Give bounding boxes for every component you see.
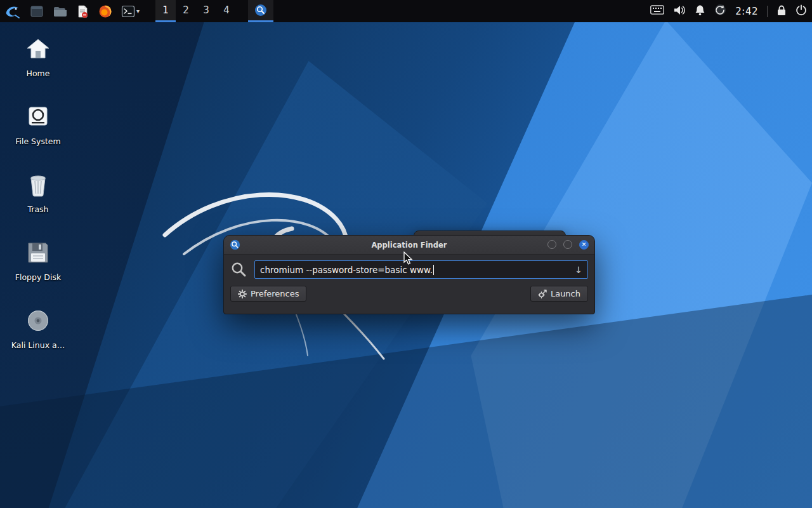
launcher-terminal-button[interactable]: ▾ <box>117 0 144 22</box>
window-icon <box>30 4 44 18</box>
launcher-firefox-button[interactable] <box>94 0 117 22</box>
volume-indicator[interactable] <box>673 4 686 18</box>
power-icon <box>796 4 807 16</box>
desktop-icon-home[interactable]: Home <box>8 29 69 97</box>
panel-separator <box>767 6 768 17</box>
lock-screen-button[interactable] <box>776 4 787 18</box>
panel-left-group: ▾ 1 2 3 4 <box>0 0 273 22</box>
launch-label: Launch <box>551 289 580 298</box>
dropdown-arrow-icon[interactable]: ↓ <box>570 265 582 275</box>
window-title: Application Finder <box>224 241 594 250</box>
application-finder-icon <box>254 4 267 17</box>
desktop-icon-label: Kali Linux a… <box>11 340 65 350</box>
desktop-icon-file-system[interactable]: File System <box>8 97 69 165</box>
search-input-text: chromium --password-store=basic www. <box>260 265 433 275</box>
panel-right-group: 2:42 <box>650 0 812 22</box>
desktop-icon-kali-docs[interactable]: Kali Linux a… <box>8 301 69 369</box>
workspace-3[interactable]: 3 <box>196 0 216 22</box>
kali-disc-icon <box>25 308 51 333</box>
terminal-dropdown-caret-icon[interactable]: ▾ <box>136 8 140 15</box>
minimize-button[interactable] <box>547 240 556 249</box>
trash-icon <box>27 172 49 197</box>
maximize-button[interactable] <box>563 240 572 249</box>
launcher-editor-button[interactable] <box>71 0 94 22</box>
keyboard-indicator[interactable] <box>650 5 664 17</box>
close-button[interactable]: ✕ <box>579 240 589 250</box>
launcher-window-button[interactable] <box>25 0 48 22</box>
desktop-icon-label: Floppy Disk <box>15 272 61 282</box>
applications-menu-button[interactable] <box>0 0 25 22</box>
lock-icon <box>776 4 787 16</box>
text-editor-icon <box>75 4 89 18</box>
workspace-4[interactable]: 4 <box>216 0 237 22</box>
preferences-button[interactable]: Preferences <box>230 286 306 302</box>
firefox-icon <box>98 4 112 18</box>
file-system-icon <box>25 104 51 130</box>
logout-button[interactable] <box>796 4 807 18</box>
preferences-label: Preferences <box>251 289 299 298</box>
workspace-2[interactable]: 2 <box>176 0 196 22</box>
desktop-icon-label: Home <box>27 69 50 78</box>
launch-icon <box>538 290 547 298</box>
desktop-icon-label: File System <box>15 137 61 146</box>
desktop-icon-trash[interactable]: Trash <box>8 165 69 233</box>
text-caret <box>433 265 434 275</box>
desktop-icon-label: Trash <box>27 204 48 214</box>
taskbar-application-finder-button[interactable] <box>248 0 273 22</box>
top-panel: ▾ 1 2 3 4 <box>0 0 812 22</box>
bell-icon <box>695 4 705 16</box>
launcher-files-button[interactable] <box>48 0 71 22</box>
kali-logo-icon <box>4 3 21 20</box>
finder-body: chromium --password-store=basic www. ↓ P… <box>224 255 594 307</box>
keyboard-icon <box>650 5 664 15</box>
desktop-icon-column: Home File System Trash Floppy Disk <box>8 29 69 369</box>
titlebar[interactable]: Application Finder ✕ <box>224 236 594 255</box>
clock[interactable]: 2:42 <box>735 6 758 17</box>
search-icon <box>230 261 247 278</box>
folder-icon <box>53 4 67 18</box>
floppy-disk-icon <box>26 241 50 265</box>
volume-icon <box>673 4 686 16</box>
search-input[interactable]: chromium --password-store=basic www. ↓ <box>254 260 588 279</box>
window-app-icon <box>230 239 240 250</box>
notifications-indicator[interactable] <box>695 4 705 18</box>
launch-button[interactable]: Launch <box>530 286 588 302</box>
workspace-1[interactable]: 1 <box>155 0 176 22</box>
refresh-icon <box>714 4 726 16</box>
application-finder-window: Application Finder ✕ chromium --password… <box>223 235 595 314</box>
gear-icon <box>238 290 247 298</box>
desktop-icon-floppy-disk[interactable]: Floppy Disk <box>8 233 69 301</box>
updates-indicator[interactable] <box>714 4 726 18</box>
terminal-icon <box>121 4 135 18</box>
home-icon <box>25 36 51 62</box>
